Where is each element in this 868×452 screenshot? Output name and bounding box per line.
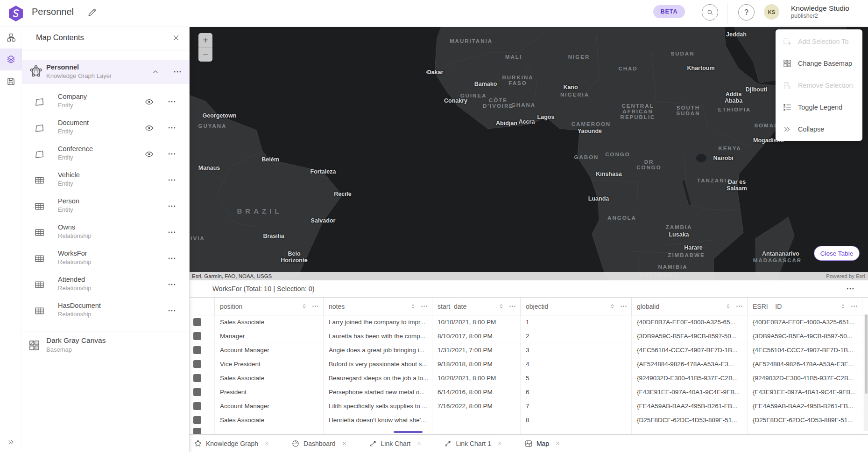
table-cell[interactable]: Sales Associate	[215, 315, 324, 329]
table-cell[interactable]: {4EC56104-CCC7-4907-BF7D-1B...	[632, 343, 748, 357]
row-checkbox[interactable]	[193, 402, 201, 410]
tab-knowledge-graph[interactable]: Knowledge Graph	[194, 439, 270, 448]
table-cell[interactable]: {FE4A59AB-BAA2-495B-B261-FB...	[748, 399, 862, 413]
table-cell[interactable]: Henrietta doesn't know what she'...	[324, 413, 432, 427]
horizontal-scrollbar-thumb[interactable]	[394, 431, 423, 433]
sort-icon[interactable]	[725, 303, 732, 310]
sidebar-item-save[interactable]	[0, 70, 22, 92]
tab-close-icon[interactable]	[497, 440, 503, 446]
column-options-icon[interactable]	[620, 302, 628, 310]
visibility-eye-icon[interactable]	[144, 149, 154, 159]
table-cell[interactable]: 10/20/2021, 8:00 PM	[432, 371, 521, 385]
table-options-icon[interactable]	[846, 284, 855, 293]
tab-map[interactable]: Map	[524, 439, 561, 448]
table-cell[interactable]: {FE4A59AB-BAA2-495B-B261-FB...	[632, 399, 748, 413]
table-cell[interactable]: 3	[521, 343, 632, 357]
table-cell[interactable]: {3DB9A59C-B5FA-49CB-8597-50...	[632, 329, 748, 343]
sort-icon[interactable]	[409, 303, 416, 310]
layer-options-icon[interactable]	[167, 202, 176, 211]
table-cell[interactable]: 5	[521, 371, 632, 385]
table-cell[interactable]: {4EC56104-CCC7-4907-BF7D-1B...	[748, 343, 862, 357]
tab-close-icon[interactable]	[341, 440, 347, 446]
tab-close-icon[interactable]	[264, 440, 270, 446]
table-row[interactable]: PresidentPersephone started new metal o.…	[190, 385, 868, 399]
column-header-start_date[interactable]: start_date	[432, 298, 521, 315]
row-checkbox[interactable]	[193, 388, 201, 396]
column-header-position[interactable]: position	[215, 298, 324, 315]
layer-options-icon[interactable]	[167, 123, 176, 132]
table-cell[interactable]: 7/16/2022, 8:00 PM	[432, 399, 521, 413]
row-checkbox[interactable]	[193, 360, 201, 368]
table-row[interactable]: ManagerLauretta has been with the comp..…	[190, 329, 868, 343]
row-checkbox[interactable]	[193, 318, 201, 326]
table-cell[interactable]: {AF524884-9826-478A-A53A-E3E...	[748, 357, 862, 371]
table-cell[interactable]: 4	[521, 357, 632, 371]
table-cell[interactable]	[432, 413, 521, 427]
sidebar-item-layers[interactable]	[0, 49, 22, 70]
table-cell[interactable]: Buford is very passionate about s...	[324, 357, 432, 371]
table-cell[interactable]: 8/10/2017, 8:00 PM	[432, 329, 521, 343]
layer-list-item[interactable]: HasDocument Relationship	[22, 298, 189, 324]
layer-list-item[interactable]: Person Entity	[22, 193, 189, 219]
table-cell[interactable]: Angie does a great job bringing i...	[324, 343, 432, 357]
row-checkbox[interactable]	[193, 346, 201, 354]
row-checkbox[interactable]	[193, 416, 201, 424]
table-cell[interactable]: 6/14/2016, 8:00 PM	[432, 385, 521, 399]
sidebar-item-schema[interactable]	[0, 27, 22, 49]
vertical-scrollbar-thumb[interactable]	[865, 314, 868, 394]
table-cell[interactable]: 1/31/2021, 7:00 PM	[432, 343, 521, 357]
column-options-icon[interactable]	[735, 302, 743, 310]
table-cell[interactable]: Sales Associate	[215, 371, 324, 385]
table-cell[interactable]: Larry joined the company to impr...	[324, 315, 432, 329]
row-checkbox[interactable]	[193, 374, 201, 382]
vertical-scrollbar[interactable]	[864, 314, 868, 431]
menu-item-toggle-legend[interactable]: Toggle Legend	[776, 96, 862, 118]
table-row[interactable]: Account ManagerAngie does a great job br…	[190, 343, 868, 357]
edit-title-icon[interactable]	[87, 7, 97, 18]
tab-close-icon[interactable]	[416, 440, 422, 446]
table-cell[interactable]: Vice President	[215, 357, 324, 371]
layer-options-icon[interactable]	[167, 149, 176, 159]
collapse-group-icon[interactable]	[151, 67, 160, 76]
sort-icon[interactable]	[609, 303, 616, 310]
zoom-in-button[interactable]: +	[198, 33, 212, 48]
table-cell[interactable]: President	[215, 385, 324, 399]
table-cell[interactable]: Persephone started new metal o...	[324, 385, 432, 399]
column-options-icon[interactable]	[311, 302, 319, 310]
table-cell[interactable]: Account Manager	[215, 343, 324, 357]
table-cell[interactable]: Beauregard sleeps on the job a lo...	[324, 371, 432, 385]
table-cell[interactable]: 2	[521, 329, 632, 343]
visibility-eye-icon[interactable]	[144, 123, 154, 133]
column-options-icon[interactable]	[508, 302, 516, 310]
table-cell[interactable]: Lauretta has been with the comp...	[324, 329, 432, 343]
layer-list-item[interactable]: Company Entity	[22, 89, 189, 115]
visibility-eye-icon[interactable]	[144, 97, 154, 107]
app-logo-icon[interactable]	[8, 5, 24, 22]
table-cell[interactable]: 10/10/2021, 8:00 PM	[432, 315, 521, 329]
column-header-globalid[interactable]: globalid	[632, 298, 748, 315]
table-cell[interactable]: {9249032D-E300-41B5-937F-C2B...	[632, 371, 748, 385]
group-options-icon[interactable]	[173, 67, 182, 76]
layer-list-item[interactable]: Document Entity	[22, 115, 189, 141]
table-row[interactable]: Sales AssociateHenrietta doesn't know wh…	[190, 413, 868, 427]
sort-icon[interactable]	[840, 303, 847, 310]
table-cell[interactable]: {9249032D-E300-41B5-937F-C2B...	[748, 371, 862, 385]
table-cell[interactable]: {3DB9A59C-B5FA-49CB-8597-50...	[748, 329, 862, 343]
table-cell[interactable]: Lilith specifically sells supplies to ..…	[324, 399, 432, 413]
table-cell[interactable]: 1	[521, 315, 632, 329]
layer-group-personnel[interactable]: Personnel Knowledge Graph Layer	[22, 60, 189, 84]
layer-list-item[interactable]: WorksFor Relationship	[22, 245, 189, 271]
layer-options-icon[interactable]	[167, 97, 176, 106]
layer-list-item[interactable]: Vehicle Entity	[22, 167, 189, 193]
tab-link-chart-1[interactable]: Link Chart 1	[444, 439, 502, 448]
tab-dashboard[interactable]: Dashboard	[291, 439, 347, 448]
table-cell[interactable]: Manager	[215, 329, 324, 343]
table-cell[interactable]: 9/18/2018, 8:00 PM	[432, 357, 521, 371]
table-cell[interactable]: {F43E91EE-097A-40A1-9C4E-9FB...	[748, 385, 862, 399]
avatar[interactable]: KS	[764, 4, 779, 20]
table-row[interactable]: Sales AssociateLarry joined the company …	[190, 315, 868, 329]
table-cell[interactable]: 7	[521, 399, 632, 413]
table-cell[interactable]: Sales Associate	[215, 413, 324, 427]
sort-icon[interactable]	[498, 303, 505, 310]
help-button[interactable]: ?	[738, 4, 755, 21]
